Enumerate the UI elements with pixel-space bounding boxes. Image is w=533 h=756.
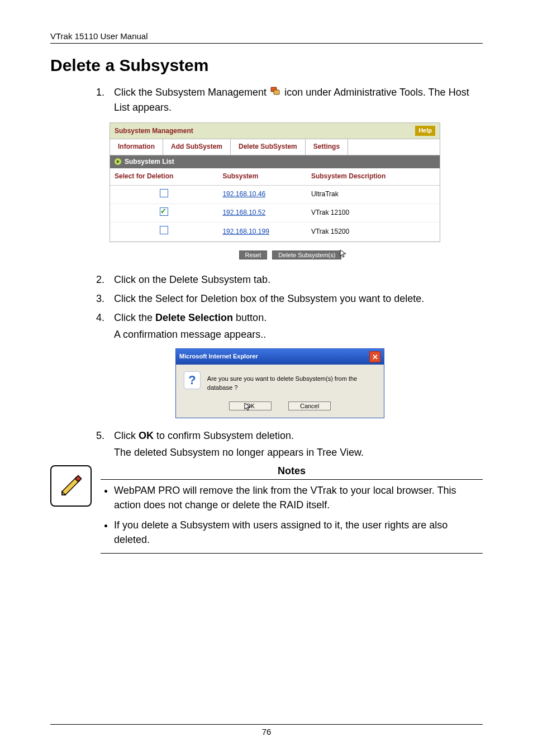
note-item: WebPAM PRO will remove the link from the…	[114, 483, 483, 512]
svg-marker-3	[340, 250, 346, 257]
panel-title: Subsystem Management	[115, 126, 193, 136]
step-5-bold: OK	[139, 430, 154, 441]
confirm-dialog: Microsoft Internet Explorer ✕ ? Are you …	[175, 348, 384, 418]
panel-button-row: Reset Delete Subsystem(s)	[110, 242, 483, 264]
step-5-post: to confirm Subsystem deletion.	[154, 430, 294, 441]
subsystem-desc: VTrak 12100	[307, 204, 440, 222]
table-row: 192.168.10.52 VTrak 12100	[110, 204, 440, 222]
dialog-titlebar: Microsoft Internet Explorer ✕	[176, 349, 384, 365]
dialog-message: Are you sure you want to delete Subsyste…	[207, 371, 376, 393]
step-5: Click OK to confirm Subsystem deletion. …	[107, 428, 483, 460]
step-4-post: button.	[233, 312, 266, 323]
cursor-icon	[244, 406, 255, 413]
step-2: Click on the Delete Subsystem tab.	[107, 272, 483, 287]
notes-divider-bottom	[101, 553, 483, 554]
help-button[interactable]: Help	[415, 126, 435, 136]
svg-marker-2	[117, 160, 120, 163]
subsystem-link[interactable]: 192.168.10.199	[222, 228, 269, 235]
tab-delete-subsystem[interactable]: Delete SubSystem	[231, 139, 306, 154]
subsystem-management-icon	[270, 87, 283, 98]
subsystem-management-panel: Subsystem Management Help Information Ad…	[110, 122, 440, 242]
step-5-pre: Click	[114, 430, 139, 441]
cancel-button[interactable]: Cancel	[288, 401, 331, 410]
reset-button[interactable]: Reset	[239, 251, 268, 259]
svg-rect-1	[274, 90, 279, 94]
step-5-sub: The deleted Subsystem no longer appears …	[114, 445, 483, 460]
dialog-button-row: OK Cancel	[176, 396, 384, 418]
subsystem-list-label: Subsystem List	[125, 157, 174, 167]
delete-subsystems-button[interactable]: Delete Subsystem(s)	[272, 251, 341, 259]
play-icon	[115, 158, 121, 165]
col-subsystem: Subsystem	[218, 168, 306, 185]
col-select: Select for Deletion	[110, 168, 218, 185]
tab-information[interactable]: Information	[110, 139, 163, 154]
pencil-icon	[50, 465, 92, 507]
step-3: Click the Select for Deletion box of the…	[107, 291, 483, 306]
select-checkbox[interactable]	[160, 207, 168, 216]
close-icon[interactable]: ✕	[369, 351, 380, 362]
manual-title: VTrak 15110 User Manual	[50, 31, 483, 41]
table-row: 192.168.10.46 UltraTrak	[110, 185, 440, 204]
step-4: Click the Delete Selection button. A con…	[107, 310, 483, 418]
select-checkbox[interactable]	[160, 226, 168, 234]
subsystem-list-bar: Subsystem List	[110, 155, 440, 168]
subsystem-table: Select for Deletion Subsystem Subsystem …	[110, 168, 440, 242]
dialog-title: Microsoft Internet Explorer	[179, 352, 258, 361]
note-item: If you delete a Subsystem with users ass…	[114, 518, 483, 547]
footer-divider	[50, 724, 483, 725]
svg-marker-4	[245, 403, 250, 410]
step-1-text-pre: Click the Subsystem Management	[114, 87, 269, 98]
col-description: Subsystem Description	[307, 168, 440, 185]
subsystem-link[interactable]: 192.168.10.46	[222, 190, 265, 198]
tabs-filler	[348, 139, 440, 154]
step-4-pre: Click the	[114, 312, 155, 323]
select-checkbox[interactable]	[160, 189, 168, 197]
header-divider	[50, 43, 483, 44]
panel-tabs: Information Add SubSystem Delete SubSyst…	[110, 139, 440, 155]
subsystem-desc: UltraTrak	[307, 185, 440, 204]
notes-title: Notes	[278, 465, 306, 477]
page-number: 76	[262, 727, 272, 736]
subsystem-link[interactable]: 192.168.10.52	[222, 209, 265, 216]
table-row: 192.168.10.199 VTrak 15200	[110, 223, 440, 241]
tab-add-subsystem[interactable]: Add SubSystem	[163, 139, 231, 154]
panel-titlebar: Subsystem Management Help	[110, 123, 440, 139]
notes-divider-top	[101, 479, 483, 480]
subsystem-desc: VTrak 15200	[307, 223, 440, 241]
step-1: Click the Subsystem Management icon unde…	[107, 85, 483, 264]
question-icon: ?	[184, 371, 201, 389]
cursor-icon	[340, 249, 349, 261]
page-title: Delete a Subsystem	[50, 56, 483, 75]
step-4-bold: Delete Selection	[155, 312, 233, 323]
step-4-sub: A confirmation message appears..	[114, 327, 483, 342]
tab-settings[interactable]: Settings	[306, 139, 348, 154]
